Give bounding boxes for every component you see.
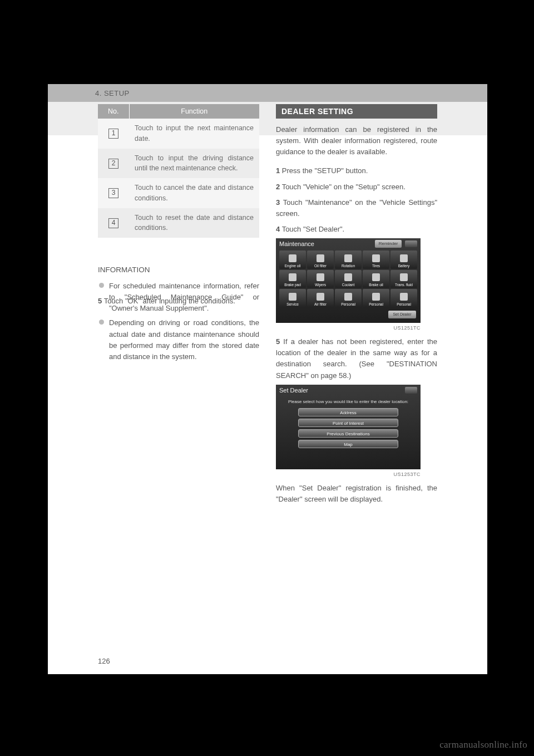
- grid-cell-personal-3[interactable]: Personal: [390, 289, 417, 307]
- cell-label: Personal: [341, 302, 355, 306]
- grid-cell-engine-oil[interactable]: Engine oil: [279, 251, 306, 269]
- row-text: Touch to input the driving distance unti…: [129, 149, 259, 179]
- content-area: No. Function 1 Touch to input the next m…: [48, 102, 487, 508]
- page-number: 126: [98, 657, 110, 665]
- option-address[interactable]: Address: [298, 408, 398, 416]
- step-text: Touch "Maintenance" on the "Vehicle Sett…: [276, 198, 437, 218]
- screen-title: Maintenance: [279, 240, 314, 247]
- cell-label: Engine oil: [285, 264, 301, 268]
- step-1: 1 Press the "SETUP" button.: [276, 165, 437, 176]
- option-previous-destinations[interactable]: Previous Destinations: [298, 429, 398, 438]
- step-number: 1: [276, 166, 280, 175]
- engine-oil-icon: [289, 254, 296, 262]
- grid-cell-oil-filter[interactable]: Oil filter: [307, 251, 334, 269]
- trans-fluid-icon: [400, 273, 408, 281]
- oil-filter-icon: [317, 254, 324, 262]
- grid-cell-rotation[interactable]: Rotation: [335, 251, 362, 269]
- brake-oil-icon: [372, 273, 380, 281]
- grid-cell-wipers[interactable]: Wipers: [307, 270, 334, 288]
- info-item: For scheduled maintenance information, r…: [98, 281, 259, 314]
- step-number: 2: [276, 183, 280, 191]
- grid-cell-coolant[interactable]: Coolant: [335, 270, 362, 288]
- table-row: 2 Touch to input the driving distance un…: [98, 149, 259, 179]
- rotation-icon: [344, 254, 352, 262]
- tires-icon: [372, 254, 380, 262]
- col-header-no: No.: [98, 104, 129, 119]
- grid-cell-personal-2[interactable]: Personal: [363, 289, 389, 307]
- step-3: 3 Touch "Maintenance" on the "Vehicle Se…: [276, 197, 437, 219]
- watermark: carmanualsonline.info: [439, 739, 527, 750]
- grid-cell-personal-1[interactable]: Personal: [335, 289, 362, 307]
- personal-icon: [372, 293, 380, 301]
- information-title: INFORMATION: [98, 264, 259, 276]
- step-text: If a dealer has not been registered, ent…: [276, 337, 437, 379]
- step-number: 4: [276, 225, 280, 233]
- cell-label: Service: [286, 302, 299, 306]
- coolant-icon: [344, 273, 352, 281]
- cell-label: Personal: [369, 302, 383, 306]
- cell-label: Wipers: [315, 283, 326, 287]
- grid-cell-brake-pad[interactable]: Brake pad: [279, 270, 306, 288]
- step-text: Press the "SETUP" button.: [282, 166, 368, 175]
- set-dealer-button[interactable]: Set Dealer: [388, 311, 416, 318]
- grid-cell-battery[interactable]: Battery: [390, 251, 417, 269]
- grid-cell-trans-fluid[interactable]: Trans. fluid: [390, 270, 417, 288]
- set-dealer-message: Please select how you would like to ente…: [276, 399, 421, 404]
- chapter-header: 4. SETUP: [48, 84, 487, 102]
- info-item: Depending on driving or road conditions,…: [98, 317, 259, 362]
- function-table: No. Function 1 Touch to input the next m…: [98, 104, 259, 238]
- reminder-button[interactable]: Reminder: [375, 240, 402, 248]
- table-row: 1 Touch to input the next maintenance da…: [98, 119, 259, 149]
- air-filter-icon: [317, 293, 324, 301]
- step-4: 4 Touch "Set Dealer".: [276, 224, 437, 235]
- dealer-intro: Dealer information can be registered in …: [276, 124, 437, 158]
- cell-label: Brake oil: [369, 283, 383, 287]
- step-2: 2 Touch "Vehicle" on the "Setup" screen.: [276, 181, 437, 193]
- grid-cell-service[interactable]: Service: [279, 289, 306, 307]
- grid-cell-air-filter[interactable]: Air filter: [307, 289, 334, 307]
- row-number: 3: [108, 188, 118, 198]
- left-column: No. Function 1 Touch to input the next m…: [98, 158, 259, 508]
- chapter-title: 4. SETUP: [95, 89, 130, 97]
- cell-label: Brake pad: [284, 283, 301, 287]
- right-column: DEALER SETTING Dealer information can be…: [276, 158, 437, 508]
- step-number: 3: [276, 198, 280, 207]
- option-list: Address Point of Interest Previous Desti…: [298, 408, 398, 448]
- cell-label: Tires: [372, 264, 380, 268]
- cell-label: Coolant: [342, 283, 354, 287]
- screen-code: US1253TC: [276, 472, 421, 477]
- cell-label: Air filter: [314, 302, 327, 306]
- cell-label: Battery: [398, 264, 410, 268]
- step-text: Touch "Set Dealer".: [282, 225, 345, 233]
- row-number: 2: [108, 159, 118, 169]
- information-list: For scheduled maintenance information, r…: [98, 281, 259, 362]
- service-icon: [289, 293, 296, 301]
- cell-label: Rotation: [342, 264, 355, 268]
- step-text: Touch "Vehicle" on the "Setup" screen.: [282, 183, 406, 191]
- screen-code: US1251TC: [276, 325, 421, 331]
- back-icon[interactable]: [405, 240, 417, 247]
- row-number: 4: [108, 218, 118, 228]
- grid-cell-tires[interactable]: Tires: [363, 251, 389, 269]
- option-map[interactable]: Map: [298, 440, 398, 448]
- row-text: Touch to input the next maintenance date…: [129, 119, 259, 149]
- personal-icon: [400, 293, 408, 301]
- cell-label: Trans. fluid: [395, 283, 413, 287]
- maintenance-grid: Engine oil Oil filter Rotation Tires Bat…: [279, 251, 417, 307]
- cell-label: Oil filter: [314, 264, 327, 268]
- col-header-function: Function: [129, 104, 259, 119]
- row-text: Touch to cancel the date and distance co…: [129, 178, 259, 208]
- manual-page: 4. SETUP No. Function 1 Touch to input t…: [48, 84, 487, 674]
- brake-pad-icon: [289, 273, 296, 281]
- table-row: 4 Touch to reset the date and distance c…: [98, 208, 259, 238]
- option-point-of-interest[interactable]: Point of Interest: [298, 419, 398, 427]
- row-text: Touch to reset the date and distance con…: [129, 208, 259, 238]
- grid-cell-brake-oil[interactable]: Brake oil: [363, 270, 389, 288]
- information-box: INFORMATION For scheduled maintenance in…: [98, 264, 259, 362]
- row-number: 1: [108, 129, 118, 139]
- step-number: 5: [276, 337, 280, 346]
- back-icon[interactable]: [405, 387, 417, 394]
- after-set-paragraph: When "Set Dealer" registration is finish…: [276, 483, 437, 505]
- dealer-setting-heading: DEALER SETTING: [276, 104, 437, 119]
- wipers-icon: [317, 273, 324, 281]
